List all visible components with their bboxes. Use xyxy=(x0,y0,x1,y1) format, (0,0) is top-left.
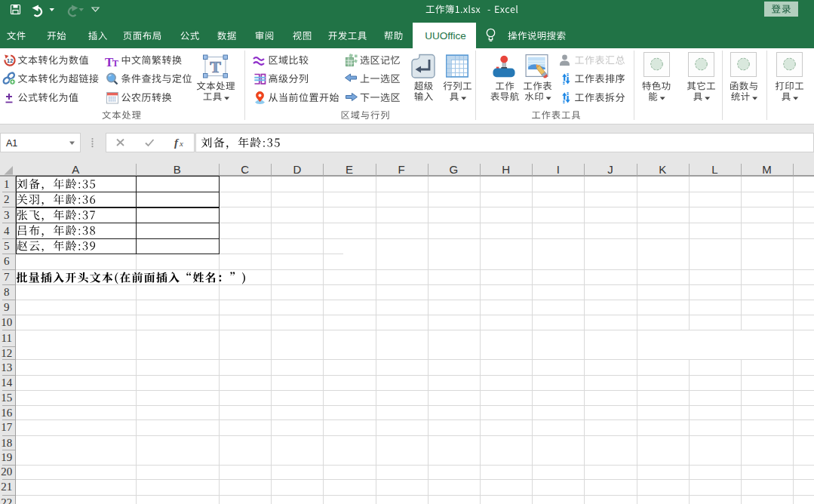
svg-text:13: 13 xyxy=(1,361,12,373)
svg-text:A: A xyxy=(72,163,79,176)
svg-text:B: B xyxy=(174,163,181,176)
svg-text:10: 10 xyxy=(1,316,12,328)
svg-text:5: 5 xyxy=(4,240,10,252)
svg-text:19: 19 xyxy=(1,451,12,463)
svg-text:14: 14 xyxy=(1,376,13,389)
svg-text:D: D xyxy=(293,163,301,176)
svg-text:x: x xyxy=(179,139,183,148)
svg-text:L: L xyxy=(711,163,717,176)
svg-text:16: 16 xyxy=(1,407,13,419)
svg-text:I: I xyxy=(557,163,560,176)
svg-text:H: H xyxy=(502,163,510,176)
svg-text:17: 17 xyxy=(1,421,13,433)
svg-text:G: G xyxy=(450,163,459,176)
svg-text:20: 20 xyxy=(1,466,12,478)
svg-text:15: 15 xyxy=(1,392,12,404)
svg-text:12: 12 xyxy=(1,347,12,359)
svg-text:12: 12 xyxy=(7,58,13,63)
svg-text:A1: A1 xyxy=(6,138,17,149)
svg-text:8: 8 xyxy=(4,286,10,298)
svg-text:UUOffice: UUOffice xyxy=(425,30,466,41)
svg-text:4: 4 xyxy=(4,225,10,237)
svg-text:J: J xyxy=(607,163,613,176)
svg-text:22: 22 xyxy=(1,496,12,504)
svg-text:f: f xyxy=(174,137,180,149)
svg-text:9: 9 xyxy=(4,301,10,313)
svg-text:F: F xyxy=(398,163,405,176)
svg-text:6: 6 xyxy=(4,255,10,267)
svg-text:7: 7 xyxy=(4,271,10,283)
svg-text:1: 1 xyxy=(4,178,10,190)
svg-text:K: K xyxy=(659,163,666,176)
svg-text:2: 2 xyxy=(4,193,10,205)
svg-text:M: M xyxy=(762,163,772,176)
svg-text:T: T xyxy=(210,57,221,76)
svg-text:11: 11 xyxy=(1,332,11,344)
svg-text:21: 21 xyxy=(1,481,12,493)
svg-text:3: 3 xyxy=(4,209,10,221)
svg-text:E: E xyxy=(346,163,353,176)
svg-text:18: 18 xyxy=(1,437,12,449)
svg-text:C: C xyxy=(241,163,249,176)
svg-text:T: T xyxy=(112,58,118,69)
